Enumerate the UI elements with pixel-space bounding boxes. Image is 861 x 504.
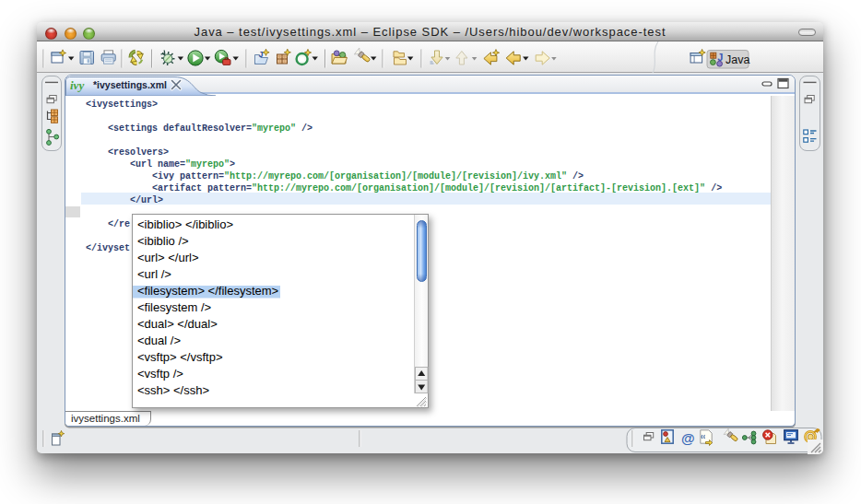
svg-text:J: J [259, 50, 264, 59]
svg-text:ivy: ivy [70, 78, 84, 92]
svg-text:@: @ [681, 430, 695, 446]
svg-text:J: J [717, 52, 723, 63]
svg-text:Java: Java [725, 53, 749, 66]
